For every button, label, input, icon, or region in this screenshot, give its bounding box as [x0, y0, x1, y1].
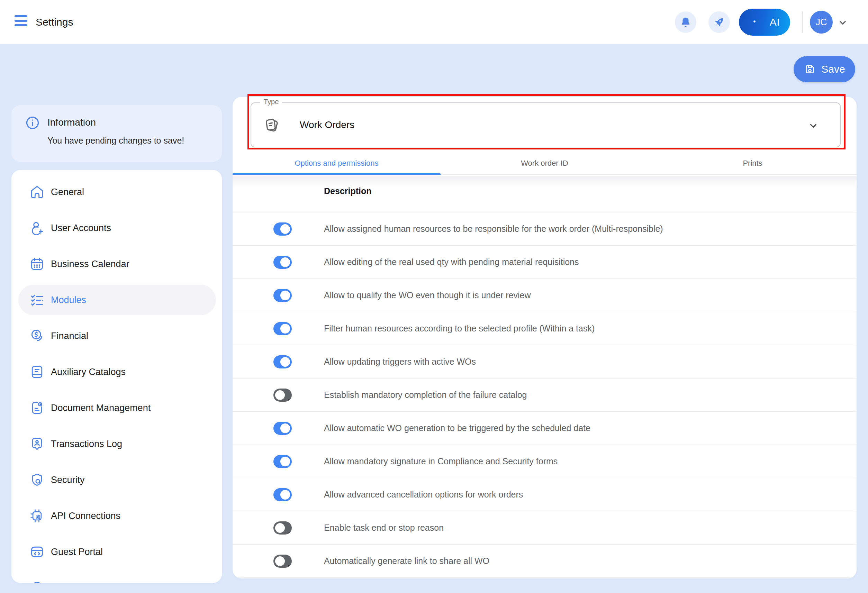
toggle-switch[interactable] [273, 223, 292, 236]
sidebar-item-label: Modules [51, 295, 86, 305]
sidebar-item-business-calendar[interactable]: Business Calendar [12, 246, 222, 282]
permission-row: Establish mandatory completion of the fa… [233, 379, 856, 412]
permission-row: Enable task end or stop reason [233, 511, 856, 544]
sidebar-item-financial[interactable]: Financial [12, 318, 222, 354]
permission-description: Automatically generate link to share all… [324, 556, 489, 566]
checklist-icon [30, 292, 45, 308]
permission-description: Filter human resources according to the … [324, 323, 595, 333]
permission-row: Automatically generate link to share all… [233, 544, 856, 578]
toggle-switch[interactable] [273, 455, 292, 468]
settings-nav: General User Accounts Business Calen [12, 170, 222, 583]
toggle-switch[interactable] [273, 521, 292, 534]
information-card: Information You have pending changes to … [12, 105, 222, 162]
permission-description: Establish mandatory completion of the fa… [324, 390, 527, 400]
floppy-icon [804, 63, 816, 75]
permission-description: Allow updating triggers with active WOs [324, 357, 476, 367]
sidebar-item-partial[interactable] [12, 570, 222, 583]
book-icon [30, 364, 45, 379]
home-icon [30, 184, 45, 200]
work-order-icon [263, 117, 280, 133]
type-select[interactable]: Type Work Orders [251, 102, 841, 148]
permission-row: Allow automatic WO generation to be trig… [233, 412, 856, 445]
permission-description: Allow automatic WO generation to be trig… [324, 423, 590, 433]
toggle-switch[interactable] [273, 555, 292, 568]
tab-work-order-id[interactable]: Work order ID [441, 152, 649, 174]
sidebar-item-label: Transactions Log [51, 439, 122, 450]
sidebar-item-transactions-log[interactable]: Transactions Log [12, 426, 222, 462]
info-title: Information [47, 117, 96, 128]
menu-button[interactable] [15, 15, 28, 29]
permissions-list: Allow assigned human resources to be res… [233, 212, 856, 578]
toggle-switch[interactable] [273, 388, 292, 402]
toggle-switch[interactable] [273, 256, 292, 269]
sidebar-item-label: Financial [51, 331, 88, 341]
tab-options-and-permissions[interactable]: Options and permissions [233, 152, 441, 174]
whats-new-button[interactable] [709, 12, 730, 33]
permission-description: Allow advanced cancellation options for … [324, 490, 523, 500]
permission-description: Allow editing of the real used qty with … [324, 257, 579, 267]
browser-code-icon [30, 544, 45, 559]
badge-icon [30, 436, 45, 451]
tab-prints[interactable]: Prints [649, 152, 856, 174]
info-message: You have pending changes to save! [47, 136, 184, 146]
permission-row: Allow updating triggers with active WOs [233, 345, 856, 379]
module-settings-panel: Type Work Orders Options and permissions… [233, 97, 856, 578]
user-add-icon [30, 220, 45, 236]
permission-row: Allow editing of the real used qty with … [233, 246, 856, 279]
sidebar-item-label: Guest Portal [51, 547, 103, 558]
settings-page: Settings AI [0, 0, 868, 593]
sidebar-item-label: User Accounts [51, 223, 111, 233]
ai-label: AI [770, 16, 780, 28]
permission-row: Allow advanced cancellation options for … [233, 478, 856, 511]
permission-row: Allow assigned human resources to be res… [233, 212, 856, 246]
description-column-header: Description [324, 184, 372, 198]
chevron-down-icon [808, 120, 818, 131]
save-button[interactable]: Save [794, 56, 855, 83]
permission-row: Allow mandatory signature in Compliance … [233, 445, 856, 478]
sidebar-item-auxiliary-catalogs[interactable]: Auxiliary Catalogs [12, 354, 222, 390]
calendar-icon [30, 257, 45, 271]
sidebar-item-general[interactable]: General [12, 174, 222, 210]
hamburger-icon [15, 15, 27, 17]
sparkle-icon [752, 19, 757, 24]
sidebar-item-label: API Connections [51, 510, 120, 521]
bell-icon [679, 16, 692, 28]
sidebar-item-guest-portal[interactable]: Guest Portal [12, 534, 222, 570]
permission-description: Allow assigned human resources to be res… [324, 224, 663, 234]
ai-assistant-button[interactable]: AI [739, 9, 790, 35]
chip-gear-icon [30, 508, 45, 524]
toggle-switch[interactable] [273, 422, 292, 435]
document-icon [30, 400, 45, 416]
sidebar-item-label: Auxiliary Catalogs [51, 367, 125, 378]
toggle-switch[interactable] [273, 488, 292, 501]
header-divider [802, 12, 803, 33]
user-avatar[interactable]: JC [810, 11, 833, 34]
sidebar-item-security[interactable]: Security [12, 462, 222, 498]
app-header: Settings AI [0, 0, 868, 44]
toggle-switch[interactable] [273, 322, 292, 335]
save-label: Save [821, 63, 845, 75]
sidebar-item-api-connections[interactable]: API Connections [12, 498, 222, 534]
toggle-switch[interactable] [273, 356, 292, 369]
notifications-button[interactable] [675, 12, 696, 33]
toggle-switch[interactable] [273, 289, 292, 302]
partial-circle-icon [30, 580, 45, 583]
sidebar-item-document-management[interactable]: Document Management [12, 390, 222, 426]
type-select-value: Work Orders [300, 119, 354, 130]
page-title: Settings [35, 0, 73, 44]
user-menu-chevron-icon[interactable] [837, 16, 849, 28]
sidebar-item-label: Document Management [51, 403, 151, 413]
type-select-label: Type [260, 98, 282, 106]
permission-description: Enable task end or stop reason [324, 523, 444, 533]
permission-description: Allow to qualify the WO even though it i… [324, 290, 531, 300]
sidebar-item-label: Security [51, 475, 85, 485]
rocket-icon [713, 16, 725, 28]
sidebar-item-user-accounts[interactable]: User Accounts [12, 210, 222, 246]
sidebar-item-label: General [51, 187, 84, 198]
shield-icon [30, 472, 45, 487]
tab-bar: Options and permissions Work order ID Pr… [233, 152, 856, 175]
permission-description: Allow mandatory signature in Compliance … [324, 456, 558, 466]
coin-icon [30, 328, 45, 344]
sidebar-item-modules[interactable]: Modules [12, 282, 222, 318]
permission-row: Allow to qualify the WO even though it i… [233, 279, 856, 312]
